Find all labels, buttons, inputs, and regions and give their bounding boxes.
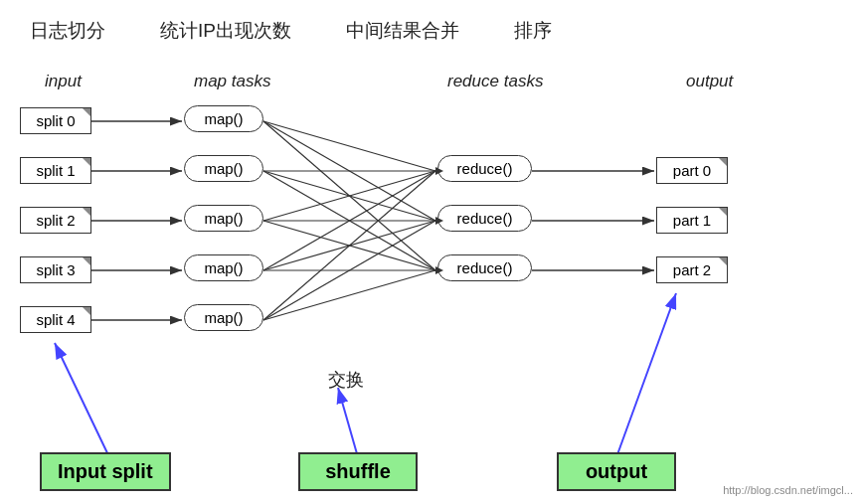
reduce-box-2: reduce() [437,254,532,281]
map-box-0: map() [184,105,263,132]
split-box-3: split 3 [20,256,91,283]
split-box-0: split 0 [20,107,91,134]
part-box-1: part 1 [656,207,728,234]
svg-line-16 [263,221,435,270]
svg-line-15 [263,171,435,270]
svg-line-29 [338,388,358,457]
svg-line-30 [616,293,676,457]
map-box-2: map() [184,205,263,232]
header-rizhi: 日志切分 [30,18,105,44]
svg-line-18 [263,171,435,320]
col-label-map: map tasks [194,72,270,91]
watermark: http://blog.csdn.net/imgcl... [723,484,853,496]
svg-line-19 [263,221,435,320]
arrows-svg [0,0,863,504]
split-box-2: split 2 [20,207,91,234]
reduce-box-1: reduce() [437,205,532,232]
col-label-output: output [686,72,733,91]
header-zhongjian: 中间结果合并 [346,18,459,44]
svg-line-27 [55,343,109,457]
header-tongji: 统计IP出现次数 [160,18,291,44]
exchange-label: 交换 [328,368,364,392]
reduce-box-0: reduce() [437,155,532,182]
col-label-input: input [45,72,82,91]
svg-line-6 [263,121,435,171]
svg-line-12 [263,171,435,221]
svg-line-11 [263,171,435,270]
input-split-label: Input split [40,452,171,491]
col-label-reduce: reduce tasks [447,72,543,91]
split-box-1: split 1 [20,157,91,184]
map-box-4: map() [184,304,263,331]
part-box-2: part 2 [656,256,728,283]
svg-line-14 [263,221,435,270]
svg-line-8 [263,121,435,270]
output-label: output [557,452,676,491]
svg-line-10 [263,171,435,221]
part-box-0: part 0 [656,157,728,184]
header-paixu: 排序 [514,18,552,44]
svg-line-20 [263,270,435,320]
map-box-1: map() [184,155,263,182]
shuffle-label: shuffle [298,452,418,491]
svg-line-7 [263,121,435,221]
split-box-4: split 4 [20,306,91,333]
map-box-3: map() [184,254,263,281]
